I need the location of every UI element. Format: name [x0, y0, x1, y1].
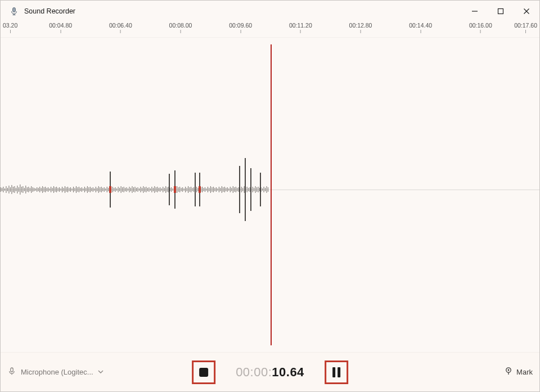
- sound-recorder-window: Sound Recorder 03.2000:04.8000:06.4000:0…: [0, 0, 540, 392]
- mic-label: Microphone (Logitec...: [21, 368, 93, 376]
- chevron-down-icon: [98, 368, 104, 376]
- svg-rect-206: [199, 186, 201, 193]
- svg-rect-200: [109, 186, 111, 193]
- ruler-tick: 00:12.80: [349, 22, 372, 33]
- ruler-tick: 00:17.60: [514, 22, 537, 33]
- ruler-tick: 00:09.60: [229, 22, 252, 33]
- ruler-tick: 00:16.00: [469, 22, 492, 33]
- mic-select-dropdown[interactable]: Microphone (Logitec...: [7, 367, 104, 377]
- svg-rect-203: [174, 186, 176, 193]
- svg-rect-211: [11, 368, 13, 372]
- mark-label: Mark: [516, 368, 533, 376]
- waveform-area[interactable]: [1, 38, 539, 352]
- maximize-button[interactable]: [488, 1, 514, 22]
- mic-app-icon: [10, 7, 19, 16]
- timecode-seconds: 10.64: [272, 365, 304, 379]
- ruler-tick: 00:14.40: [409, 22, 432, 33]
- titlebar: Sound Recorder: [1, 1, 539, 22]
- close-button[interactable]: [514, 1, 539, 22]
- mark-button[interactable]: Mark: [504, 367, 533, 377]
- ruler-tick: 03.20: [3, 22, 17, 33]
- pause-icon: [332, 367, 340, 377]
- timecode-prefix: 00:00:: [236, 365, 272, 379]
- time-ruler[interactable]: 03.2000:04.8000:06.4000:08.0000:09.6000:…: [1, 22, 539, 38]
- svg-rect-0: [13, 8, 16, 12]
- minimize-button[interactable]: [462, 1, 488, 22]
- ruler-tick: 00:04.80: [49, 22, 72, 33]
- mic-icon: [7, 367, 16, 377]
- ruler-tick: 00:11.20: [289, 22, 312, 33]
- control-bar: Microphone (Logitec... 00:00:10.64: [1, 352, 539, 391]
- stop-icon: [199, 368, 208, 377]
- ruler-tick: 00:06.40: [109, 22, 132, 33]
- waveform-svg: [1, 150, 271, 229]
- svg-point-214: [508, 370, 510, 371]
- svg-rect-4: [498, 9, 503, 14]
- center-controls: 00:00:10.64: [192, 361, 348, 384]
- ruler-tick: 00:08.00: [169, 22, 192, 33]
- timecode: 00:00:10.64: [236, 365, 304, 380]
- stop-button[interactable]: [192, 361, 215, 384]
- pause-button[interactable]: [325, 361, 348, 384]
- playhead-cursor[interactable]: [271, 44, 272, 345]
- marker-icon: [504, 367, 513, 377]
- app-title: Sound Recorder: [24, 7, 75, 15]
